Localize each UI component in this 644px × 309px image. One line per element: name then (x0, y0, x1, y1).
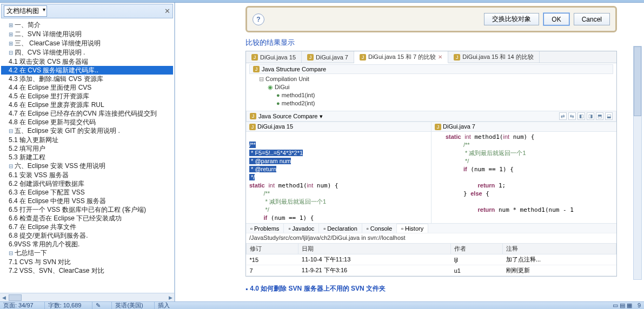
structure-tree[interactable]: Compilation Unit DiGui method1(int) meth… (249, 74, 613, 110)
tool-icon[interactable]: ◨ (587, 112, 594, 120)
java-icon: J (250, 113, 256, 119)
status-words: 字数: 10,689 (44, 301, 82, 309)
tool-icon[interactable]: ⇆ (568, 112, 576, 120)
java-icon: J (251, 54, 258, 61)
col-author[interactable]: 作者 (451, 244, 503, 254)
outline-leaf[interactable]: 6.9VSS 常用的几个视图. (1, 240, 173, 248)
status-proof-icon[interactable]: ✎ (92, 302, 101, 309)
col-comment[interactable]: 注释 (503, 244, 616, 254)
close-tab-icon[interactable]: ✕ (438, 54, 442, 60)
scroll-left-icon[interactable]: ◀ (0, 294, 8, 301)
outline-node[interactable]: 二、SVN 详细使用说明 (1, 30, 173, 39)
col-revision[interactable]: 修订 (247, 244, 298, 254)
outline-leaf[interactable]: 4.5 在 Eclipse 里打开资源库 (1, 92, 173, 100)
editor-tab[interactable]: JDiGui.java 15 (246, 51, 302, 63)
diff-right-pane[interactable]: J DiGui.java 7 static int method1(int nu… (431, 122, 616, 223)
outline-leaf[interactable]: 5.2 填写用户 (1, 144, 173, 153)
content-vscroll[interactable] (633, 46, 642, 280)
outline-leaf[interactable]: 4.4 在 Eclipse 里面使用 CVS (1, 83, 173, 92)
sidebar-hscroll[interactable]: ◀ ▶ (0, 293, 174, 301)
document-content: ? 交换比较对象 OK Cancel 比较的结果显示 JDiGui.java 1… (175, 3, 644, 301)
java-icon: J (360, 54, 366, 61)
question-icon: ? (253, 14, 264, 25)
java-icon: J (307, 54, 314, 61)
tab-icon: ▫ (401, 225, 403, 232)
method-node[interactable]: method2(int) (259, 99, 613, 108)
table-row[interactable]: 711-9-21 下午3:16u1刚刚更新 (247, 265, 616, 276)
outline-node[interactable]: 三、 ClearCase 详细使用说明 (1, 39, 173, 48)
outline-node[interactable]: 六、Eclipse 安装 VSS 使用说明 (1, 162, 173, 171)
diff-panes: J DiGui.java 15 /** * F5=5!..=5*4*3*2*1 … (246, 122, 616, 223)
outline-leaf[interactable]: 6.4 在 Eclipse 中使用 VSS 服务器 (1, 197, 173, 205)
section-link[interactable]: 4.0 如何删除 SVN 服务器上不用的 SVN 文件夹 (245, 284, 617, 293)
outline-leaf[interactable]: 4.6 在 Eclipse 里废弃资源库 RUL (1, 100, 173, 109)
tool-icon[interactable]: ⬒ (596, 112, 603, 120)
tool-icon[interactable]: ◧ (577, 112, 585, 120)
status-page: 页面: 34/97 (3, 301, 34, 309)
status-language[interactable]: 英语(美国) (111, 301, 143, 309)
outline-leaf[interactable]: 5.3 新建工程 (1, 153, 173, 162)
editor-tab[interactable]: JDiGui.java 7 (302, 51, 354, 63)
java-icon: J (454, 54, 460, 61)
bottom-tab[interactable]: ▫History (397, 224, 428, 233)
scroll-right-icon[interactable]: ▶ (167, 294, 174, 301)
document-outline-tree[interactable]: 一、简介二、SVN 详细使用说明三、 ClearCase 详细使用说明四、CVS… (0, 18, 174, 293)
tool-icon[interactable]: ⬓ (605, 112, 613, 120)
outline-leaf[interactable]: 7.1 CVS 与 SVN 对比 (1, 258, 173, 266)
bottom-tab[interactable]: ▫Problems (246, 224, 284, 233)
editor-tab[interactable]: JDiGui.java 15 和 14 的比较 (448, 51, 539, 63)
tool-icon[interactable]: ⇄ (559, 112, 567, 120)
outline-leaf[interactable]: 6.7 在 Eclipse 共享文件 (1, 223, 173, 231)
outline-leaf[interactable]: 6.2 创建源代码管理数据库 (1, 179, 173, 188)
view-icons[interactable]: ▭ ▤ ▦ (613, 302, 632, 309)
source-compare-header[interactable]: J Java Source Compare ▾ ⇄ ⇆ ◧ ◨ ⬒ ⬓ (246, 111, 616, 122)
outline-leaf[interactable]: 5.1 输入更新网址 (1, 136, 173, 144)
outline-node[interactable]: 四、CVS 详细使用说明 . (1, 48, 173, 57)
zoom-value: 9 (638, 302, 641, 309)
outline-leaf[interactable]: 4.1 双击安装 CVS 服务器端 (1, 57, 173, 66)
outline-node[interactable]: 七总结一下 (1, 248, 173, 258)
diff-left-pane[interactable]: J DiGui.java 15 /** * F5=5!..=5*4*3*2*1 … (246, 122, 431, 223)
col-date[interactable]: 日期 (298, 244, 451, 254)
history-table[interactable]: 修订 日期 作者 注释 *1511-10-4 下午11:13ljl加了点注释..… (246, 243, 616, 276)
compare-dialog: ? 交换比较对象 OK Cancel (245, 6, 617, 32)
ok-button[interactable]: OK (543, 13, 569, 25)
outline-leaf[interactable]: 4.7 在 Eclipse 已经存在的CVN 库连接把代码提交到 (1, 109, 173, 118)
tab-icon: ▫ (367, 225, 369, 232)
status-mode: 插入 (154, 301, 170, 309)
java-icon: J (253, 66, 260, 72)
outline-node[interactable]: 五、Eclipse 安装 GIT 的安装用说明 . (1, 126, 173, 136)
scroll-thumb[interactable] (9, 294, 22, 301)
editor-tab[interactable]: JDiGui.java 15 和 7 的比较✕ (354, 51, 448, 63)
outline-leaf[interactable]: 6.8 提交/更新代码到服务器. (1, 231, 173, 240)
outline-leaf[interactable]: 6.1 安装 VSS 服务器 (1, 171, 173, 179)
sidebar-header: 文档结构图 ✕ (1, 4, 173, 18)
outline-leaf[interactable]: 6.6 检查是否在 Eclipse 下已经安装成功 (1, 214, 173, 223)
close-sidebar-icon[interactable]: ✕ (164, 7, 170, 15)
structure-compare-header[interactable]: J Java Structure Compare (249, 64, 613, 74)
outline-node[interactable]: 一、简介 (1, 21, 173, 30)
outline-leaf[interactable]: 4.3 添加、删除.编辑 CVS 资源库 (1, 75, 173, 83)
method-node[interactable]: method1(int) (259, 91, 613, 99)
outline-leaf[interactable]: 6.5 打开一个 VSS 数据库中已有的工程 (客户端) (1, 205, 173, 214)
outline-view-combo[interactable]: 文档结构图 (4, 5, 47, 17)
swap-compare-button[interactable]: 交换比较对象 (484, 13, 539, 25)
tab-icon: ▫ (288, 225, 290, 232)
bottom-view-tabs: ▫Problems▫Javadoc▫Declaration▫Console▫Hi… (246, 223, 616, 233)
outline-leaf[interactable]: 7.2 VSS、SVN、ClearCase 对比 (1, 266, 173, 275)
history-path: /JavaStudy/src/com/ljl/java/ch2/DiGui.ja… (246, 233, 616, 243)
outline-leaf[interactable]: 4.2 在 CVS 服务端新建代码库.. (1, 66, 173, 75)
tab-icon: ▫ (250, 225, 253, 232)
outline-leaf[interactable]: 4.8 在 Eclipse 更新与提交代码 (1, 118, 173, 126)
outline-leaf[interactable]: 6.3 在 Eclipse 下配置 VSS (1, 188, 173, 197)
vscroll-thumb[interactable] (634, 46, 641, 116)
table-row[interactable]: *1511-10-4 下午11:13ljl加了点注释... (247, 254, 616, 265)
dropdown-icon[interactable]: ▾ (320, 113, 323, 120)
bottom-tab[interactable]: ▫Javadoc (284, 224, 319, 233)
java-icon: J (249, 124, 256, 130)
bottom-tab[interactable]: ▫Console (362, 224, 397, 233)
compilation-unit-node[interactable]: Compilation Unit (259, 75, 613, 83)
class-node[interactable]: DiGui (259, 83, 613, 91)
bottom-tab[interactable]: ▫Declaration (319, 224, 362, 233)
cancel-button[interactable]: Cancel (574, 13, 610, 25)
